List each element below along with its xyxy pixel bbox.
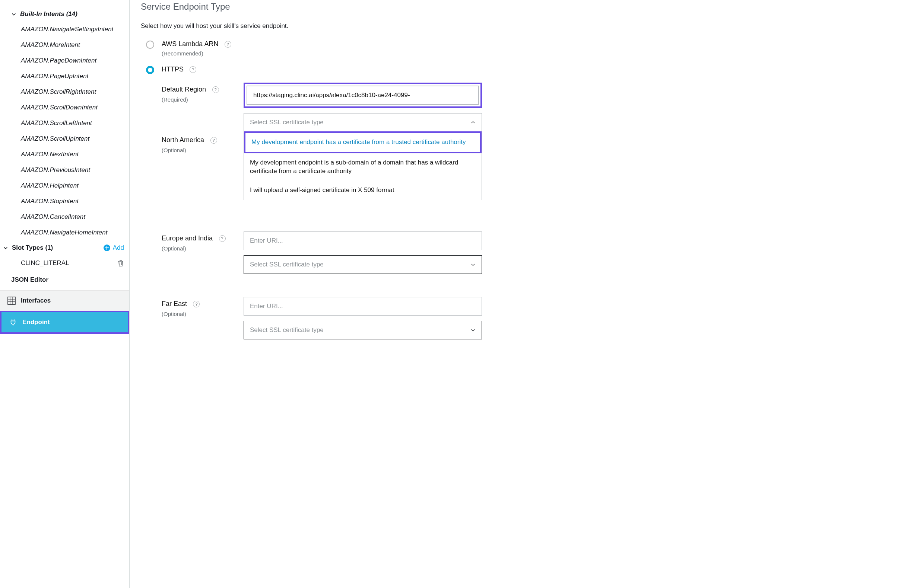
fe-region-uri-input[interactable] — [243, 297, 482, 316]
sidebar-item-interfaces[interactable]: Interfaces — [0, 290, 129, 311]
ssl-placeholder: Select SSL certificate type — [250, 261, 324, 268]
help-icon[interactable]: ? — [225, 41, 231, 48]
help-icon[interactable]: ? — [193, 301, 199, 307]
intent-item[interactable]: AMAZON.PageDownIntent — [0, 53, 129, 68]
radio-option-https[interactable]: HTTPS ? — [146, 66, 899, 74]
chevron-up-icon — [470, 120, 476, 125]
interfaces-label: Interfaces — [21, 297, 51, 304]
chevron-down-icon — [11, 11, 16, 17]
json-editor-link[interactable]: JSON Editor — [0, 271, 129, 289]
ssl-select-trigger[interactable]: Select SSL certificate type — [244, 256, 481, 273]
add-label: Add — [113, 244, 124, 252]
eu-ssl-select[interactable]: Select SSL certificate type — [243, 255, 482, 274]
default-region-uri-input[interactable] — [246, 86, 479, 105]
ssl-select-trigger[interactable]: Select SSL certificate type — [244, 321, 481, 339]
slot-types-header[interactable]: Slot Types (1) Add — [0, 241, 129, 255]
intent-item[interactable]: AMAZON.NavigateSettingsIntent — [0, 22, 129, 37]
ssl-options-list: My development endpoint has a certificat… — [244, 131, 481, 200]
help-icon[interactable]: ? — [190, 66, 196, 73]
ssl-option-trusted-ca[interactable]: My development endpoint has a certificat… — [245, 133, 480, 152]
endpoint-label: Endpoint — [22, 318, 50, 326]
intent-item[interactable]: AMAZON.StopIntent — [0, 194, 129, 209]
built-in-intents-label: Built-In Intents (14) — [20, 10, 78, 18]
region-req: (Optional) — [162, 245, 236, 252]
intent-item[interactable]: AMAZON.HelpIntent — [0, 178, 129, 194]
ssl-option-self-signed[interactable]: I will upload a self-signed certificate … — [244, 181, 481, 200]
sidebar: Built-In Intents (14) AMAZON.NavigateSet… — [0, 0, 130, 588]
add-slot-type-button[interactable]: Add — [103, 244, 124, 252]
radio-option-lambda[interactable]: AWS Lambda ARN ? (Recommended) — [146, 40, 899, 57]
chevron-down-icon — [3, 245, 8, 250]
ssl-placeholder: Select SSL certificate type — [250, 119, 324, 126]
slot-types-label: Slot Types (1) — [12, 244, 53, 252]
intent-item[interactable]: AMAZON.NextIntent — [0, 147, 129, 162]
intent-item[interactable]: AMAZON.ScrollDownIntent — [0, 100, 129, 115]
region-req: (Optional) — [162, 147, 236, 153]
eu-region-uri-input[interactable] — [243, 231, 482, 250]
intent-item[interactable]: AMAZON.PageUpIntent — [0, 68, 129, 84]
main-content: Service Endpoint Type Select how you wil… — [130, 0, 914, 588]
help-icon[interactable]: ? — [212, 86, 219, 93]
plus-circle-icon — [103, 244, 113, 252]
radio-icon — [146, 40, 154, 49]
ssl-select-trigger[interactable]: Select SSL certificate type — [244, 113, 481, 132]
built-in-intents-header[interactable]: Built-In Intents (14) — [0, 7, 129, 22]
radio-lambda-label: AWS Lambda ARN — [162, 40, 218, 48]
radio-icon-selected — [146, 66, 154, 74]
page-subtitle: Select how you will host your skill's se… — [141, 22, 899, 30]
page-title: Service Endpoint Type — [141, 2, 899, 12]
region-name: Europe and India — [162, 234, 213, 242]
intent-item[interactable]: AMAZON.ScrollRightIntent — [0, 84, 129, 100]
intent-item[interactable]: AMAZON.ScrollUpIntent — [0, 131, 129, 147]
trash-icon[interactable] — [117, 259, 124, 267]
region-req: (Optional) — [162, 311, 236, 317]
intent-item[interactable]: AMAZON.PreviousIntent — [0, 162, 129, 178]
grid-icon — [7, 297, 16, 305]
region-name: Far East — [162, 300, 187, 307]
help-icon[interactable]: ? — [211, 137, 217, 144]
plug-icon — [8, 318, 18, 326]
highlighted-default-uri — [243, 82, 482, 108]
intent-item[interactable]: AMAZON.MoreIntent — [0, 37, 129, 53]
region-far-east: Far East ? (Optional) Select SSL certifi… — [162, 297, 899, 339]
svg-rect-1 — [8, 297, 15, 304]
intent-item[interactable]: AMAZON.ScrollLeftIntent — [0, 115, 129, 131]
region-name: North America — [162, 136, 204, 144]
default-ssl-select: Select SSL certificate type My developme… — [243, 113, 482, 200]
radio-https-label: HTTPS — [162, 66, 184, 73]
region-req: (Required) — [162, 96, 236, 103]
region-default: Default Region ? (Required) Select SSL c… — [162, 82, 899, 200]
ssl-placeholder: Select SSL certificate type — [250, 326, 324, 334]
region-name: Default Region — [162, 86, 206, 93]
radio-lambda-sub: (Recommended) — [162, 50, 231, 57]
slot-type-name: CLINC_LITERAL — [21, 259, 69, 267]
highlighted-ssl-option: My development endpoint has a certificat… — [244, 131, 481, 153]
region-europe-india: Europe and India ? (Optional) Select SSL… — [162, 231, 899, 274]
slot-type-item[interactable]: CLINC_LITERAL — [0, 255, 129, 271]
intent-item[interactable]: AMAZON.CancelIntent — [0, 209, 129, 225]
sidebar-item-endpoint[interactable]: Endpoint — [0, 311, 129, 334]
fe-ssl-select[interactable]: Select SSL certificate type — [243, 321, 482, 339]
sidebar-scroll: Built-In Intents (14) AMAZON.NavigateSet… — [0, 0, 129, 588]
help-icon[interactable]: ? — [219, 235, 226, 242]
ssl-option-wildcard[interactable]: My development endpoint is a sub-domain … — [244, 153, 481, 181]
chevron-down-icon — [470, 328, 476, 333]
intent-item[interactable]: AMAZON.NavigateHomeIntent — [0, 225, 129, 241]
chevron-down-icon — [470, 262, 476, 267]
